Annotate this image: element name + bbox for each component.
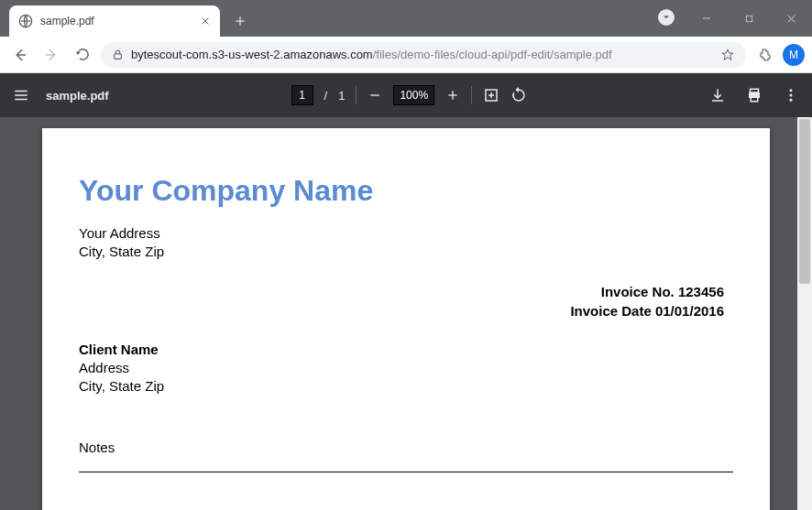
- invoice-meta: Invoice No. 123456 Invoice Date 01/01/20…: [79, 282, 733, 320]
- window-controls: [686, 0, 812, 37]
- print-button[interactable]: [746, 87, 763, 103]
- svg-rect-14: [115, 54, 122, 59]
- pdf-filename: sample.pdf: [46, 89, 109, 103]
- separator: [471, 86, 472, 104]
- pdf-menu-icon[interactable]: [13, 87, 29, 103]
- background-apps-icon[interactable]: [658, 9, 675, 26]
- scrollbar-thumb[interactable]: [799, 119, 810, 284]
- company-address: Your Address City, State Zip: [79, 224, 733, 262]
- zoom-level[interactable]: 100%: [393, 85, 434, 105]
- notes-label: Notes: [79, 439, 733, 455]
- browser-toolbar: bytescout-com.s3-us-west-2.amazonaws.com…: [0, 37, 812, 73]
- pdf-favicon-icon: [18, 14, 33, 28]
- download-button[interactable]: [709, 87, 726, 103]
- zoom-out-button[interactable]: [368, 88, 382, 103]
- svg-point-32: [790, 94, 793, 97]
- svg-point-33: [790, 99, 793, 102]
- browser-tabstrip: sample.pdf: [0, 0, 812, 37]
- nav-reload-button[interactable]: [70, 42, 95, 68]
- new-tab-button[interactable]: [227, 8, 253, 34]
- invoice-no-label: Invoice No.: [601, 284, 678, 299]
- page-total: 1: [338, 89, 345, 103]
- url-text: bytescout-com.s3-us-west-2.amazonaws.com…: [131, 48, 713, 61]
- svg-marker-25: [515, 87, 519, 92]
- invoice-no-value: 123456: [678, 284, 724, 299]
- bookmark-star-icon[interactable]: [720, 48, 735, 62]
- fit-page-button[interactable]: [483, 87, 499, 103]
- address-bar[interactable]: bytescout-com.s3-us-west-2.amazonaws.com…: [101, 42, 746, 68]
- more-options-button[interactable]: [783, 87, 799, 103]
- client-block: Client Name Address City, State Zip: [79, 341, 733, 396]
- company-name: Your Company Name: [79, 174, 733, 208]
- rotate-button[interactable]: [510, 87, 527, 103]
- extensions-icon[interactable]: [752, 42, 777, 68]
- profile-avatar[interactable]: M: [783, 44, 805, 66]
- window-close-button[interactable]: [770, 0, 812, 37]
- page-separator: /: [324, 89, 328, 103]
- separator: [356, 86, 357, 104]
- pdf-toolbar: sample.pdf 1 / 1 100%: [0, 73, 812, 117]
- zoom-in-button[interactable]: [445, 88, 460, 103]
- nav-forward-button[interactable]: [38, 42, 64, 68]
- invoice-date-label: Invoice Date: [570, 303, 655, 319]
- browser-tab-active[interactable]: sample.pdf: [9, 5, 220, 37]
- pdf-page: Your Company Name Your Address City, Sta…: [42, 128, 770, 510]
- tab-title: sample.pdf: [40, 15, 192, 27]
- page-current-input[interactable]: 1: [291, 85, 313, 105]
- vertical-scrollbar[interactable]: [797, 117, 812, 510]
- avatar-letter: M: [789, 49, 798, 61]
- svg-marker-15: [722, 49, 733, 60]
- company-address-line2: City, State Zip: [79, 243, 733, 261]
- client-address-line2: City, State Zip: [79, 377, 733, 396]
- client-name: Client Name: [79, 341, 733, 359]
- svg-marker-6: [664, 16, 669, 18]
- svg-point-31: [790, 89, 793, 92]
- divider: [79, 472, 733, 472]
- window-maximize-button[interactable]: [728, 0, 770, 37]
- company-address-line1: Your Address: [79, 224, 733, 243]
- lock-icon: [112, 49, 124, 60]
- tab-close-icon[interactable]: [200, 16, 211, 27]
- pdf-viewport[interactable]: Your Company Name Your Address City, Sta…: [0, 117, 812, 510]
- svg-rect-28: [751, 89, 759, 92]
- nav-back-button[interactable]: [7, 42, 33, 68]
- client-address-line1: Address: [79, 359, 733, 377]
- window-minimize-button[interactable]: [686, 0, 728, 37]
- svg-rect-8: [746, 16, 752, 21]
- invoice-date-value: 01/01/2016: [655, 303, 724, 319]
